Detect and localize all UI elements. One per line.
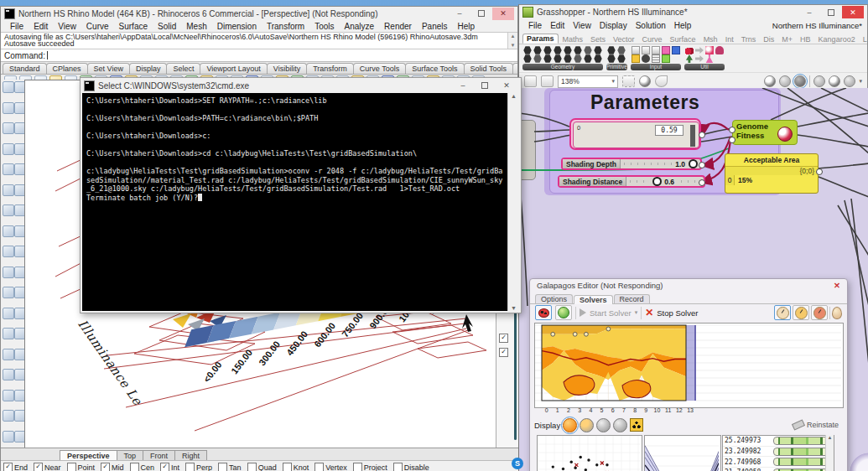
component-icon[interactable] [632, 54, 640, 63]
list-item[interactable]: 22.749968 [723, 457, 834, 468]
menu-item[interactable]: Render [380, 22, 416, 31]
panel-checkbox[interactable] [499, 334, 508, 343]
component-icon[interactable] [652, 46, 660, 54]
close-button[interactable]: ✕ [496, 80, 517, 92]
menu-item[interactable]: Mesh [182, 22, 211, 31]
grasshopper-canvas[interactable]: Parameters [519, 88, 868, 471]
grasshopper-title-bar[interactable]: Grasshopper - Northern HS Illuminance* –… [519, 5, 867, 19]
component-icon[interactable] [662, 46, 670, 54]
component-icon[interactable] [554, 54, 562, 63]
component-icon[interactable] [715, 46, 724, 54]
menu-item[interactable]: Edit [546, 21, 569, 30]
acceptable-area-panel[interactable]: Acceptable Area {0;0} 0 15% [725, 153, 819, 194]
component-tab[interactable]: Surface [667, 35, 699, 44]
component-tab[interactable]: Params [522, 34, 559, 44]
checkbox[interactable] [218, 463, 227, 471]
stop-solver-icon[interactable]: ✕ [645, 307, 653, 318]
shaded-mode-icon[interactable] [794, 75, 806, 87]
osnap-toggle[interactable]: End [3, 463, 28, 471]
osnap-toggle[interactable]: Knot [283, 463, 309, 471]
checkbox[interactable] [160, 463, 169, 471]
toolbar-tab[interactable]: Mesh Tools [512, 63, 517, 74]
component-tab[interactable]: LB [860, 35, 867, 44]
ladybug-icon[interactable] [535, 305, 552, 320]
menu-item[interactable]: Curve [82, 22, 113, 31]
speed-gauge2-icon[interactable] [793, 305, 809, 320]
slider-rail[interactable] [624, 163, 672, 165]
stop-solver-button[interactable]: Stop Solver [657, 308, 698, 318]
menu-item[interactable]: Help [670, 21, 696, 30]
osnap-toggle[interactable]: Int [160, 463, 179, 471]
component-icon[interactable] [705, 54, 714, 63]
osnap-toggle[interactable]: Vertex [314, 463, 347, 471]
osnap-toggle[interactable]: Quad [247, 463, 277, 471]
speed-gauge3-icon[interactable] [811, 305, 828, 320]
menu-item[interactable]: Tools [310, 22, 338, 31]
slider-rail[interactable] [681, 180, 700, 183]
menu-item[interactable]: Transform [262, 22, 309, 31]
input-dot[interactable] [729, 137, 735, 143]
sidebar-tool-icon[interactable] [3, 246, 14, 257]
close-button[interactable]: ✕ [842, 6, 864, 18]
group-label[interactable]: Primitive [606, 64, 627, 70]
component-tab[interactable]: Trns [738, 35, 760, 44]
sidebar-tool-icon[interactable] [3, 225, 14, 237]
osnap-toggle[interactable]: Cen [130, 463, 155, 471]
galapagos-tab[interactable]: Options [535, 294, 573, 303]
biohazard-icon[interactable] [630, 418, 643, 432]
toolbar-tab[interactable]: Viewport Layout [200, 63, 267, 74]
component-tab[interactable]: Dis [760, 35, 777, 44]
component-icon[interactable] [705, 46, 714, 54]
preview-eye-icon[interactable] [639, 75, 651, 87]
history-scrollbar[interactable]: ▲▼ [507, 33, 517, 49]
sidebar-tool-icon[interactable] [3, 287, 14, 298]
slider-knob[interactable] [689, 159, 698, 168]
menu-item[interactable]: View [54, 22, 81, 31]
component-icon[interactable] [642, 46, 650, 54]
sketch-pen-icon[interactable] [655, 75, 668, 87]
component-tab[interactable]: Msh [700, 35, 721, 44]
display-orb-2[interactable] [580, 418, 594, 432]
menu-item[interactable]: Dimension [213, 22, 261, 31]
component-icon[interactable] [564, 46, 572, 54]
sidebar-tool-icon[interactable] [3, 349, 14, 360]
galapagos-tab[interactable]: Record [614, 294, 650, 303]
wireframe-mode-icon[interactable] [779, 75, 791, 87]
component-icon[interactable] [543, 46, 552, 54]
cmd-scrollbar[interactable]: ▲▼ [507, 93, 519, 311]
component-icon[interactable] [574, 54, 582, 63]
panel-checkbox[interactable] [499, 348, 508, 357]
component-icon[interactable] [523, 46, 532, 54]
gene-parallel-plot[interactable] [644, 435, 721, 471]
checkbox[interactable] [283, 463, 292, 471]
checkbox[interactable] [393, 463, 403, 471]
toolbar-tab[interactable]: Surface Tools [405, 63, 464, 74]
sidebar-tool-icon[interactable] [3, 143, 14, 155]
checkbox[interactable] [185, 463, 195, 471]
checkbox[interactable] [3, 463, 13, 471]
sidebar-tool-icon[interactable] [3, 328, 14, 339]
component-tab[interactable]: Curve [639, 35, 666, 44]
sidebar-tool-icon[interactable] [3, 122, 14, 134]
zoom-extents-icon[interactable] [622, 75, 635, 87]
sidebar-tool-icon[interactable] [3, 267, 14, 278]
output-dot[interactable] [816, 168, 823, 175]
genome-value-list[interactable]: 25.249973 23.249982 22.749968 21 [722, 435, 834, 471]
toolbar-tab[interactable]: Curve Tools [353, 63, 406, 74]
osnap-toggle[interactable]: Perp [185, 463, 212, 471]
menu-item[interactable]: File [524, 21, 546, 30]
sidebar-tool-icon[interactable] [3, 102, 14, 114]
osnap-toggle[interactable]: Disable [393, 463, 429, 471]
component-icon[interactable] [564, 54, 572, 63]
start-solver-button[interactable]: Start Solver [590, 308, 632, 318]
sidebar-tool-icon[interactable] [3, 390, 14, 401]
osnap-toggle[interactable]: Near [34, 463, 61, 471]
taskbar-s-badge[interactable]: S [512, 458, 523, 469]
menu-item[interactable]: Help [454, 22, 480, 31]
checkbox[interactable] [34, 463, 43, 471]
component-icon[interactable] [533, 46, 542, 54]
save-file-icon[interactable] [541, 75, 554, 87]
speed-gauge-icon[interactable] [774, 305, 791, 320]
shading-depth-slider[interactable]: Shading Depth 1.0 [561, 158, 702, 170]
component-icon[interactable] [662, 54, 670, 63]
